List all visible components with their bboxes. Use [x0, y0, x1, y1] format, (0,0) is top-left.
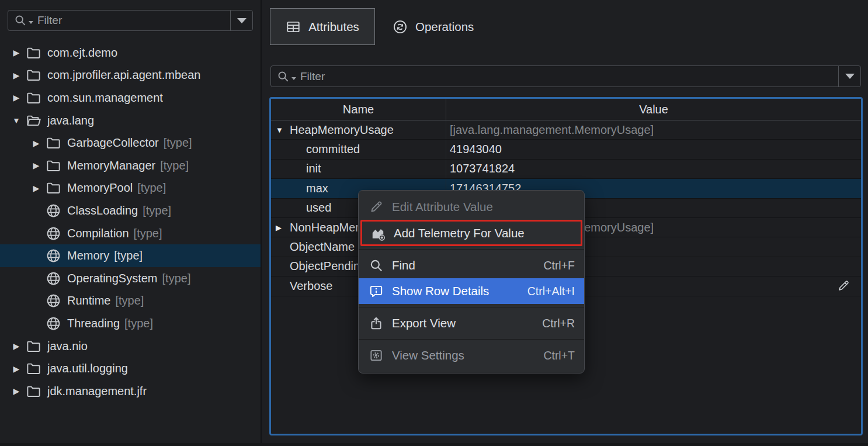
tree-item-memorypool[interactable]: ▶MemoryPool[type] — [0, 177, 261, 200]
tree-item-garbagecollector[interactable]: ▶GarbageCollector[type] — [0, 132, 261, 154]
tree-item-type-suffix: [type] — [162, 272, 191, 285]
menu-separator — [359, 339, 584, 340]
tab-operations[interactable]: Operations — [386, 8, 481, 45]
tree-item-memory[interactable]: Memory[type] — [0, 244, 261, 267]
tree-expander-icon[interactable]: ▶ — [27, 184, 46, 193]
folder-icon — [26, 67, 41, 83]
tree-item-label: MemoryPool — [67, 181, 133, 195]
tree-expander-icon[interactable]: ▼ — [7, 116, 26, 125]
attribute-row-heapmemoryusage[interactable]: ▼HeapMemoryUsage[java.lang.management.Me… — [271, 120, 861, 140]
attribute-value: 1073741824 — [450, 162, 515, 175]
tree-expander-icon[interactable]: ▶ — [7, 71, 26, 80]
tree-item-java-nio[interactable]: ▶java.nio — [0, 335, 261, 358]
chevron-down-icon — [237, 18, 246, 23]
tree-item-label: java.lang — [47, 114, 94, 127]
menu-item-edit-attribute-value[interactable]: Edit Attribute Value — [359, 194, 584, 220]
tree-item-type-suffix: [type] — [124, 317, 153, 330]
menu-separator — [359, 249, 584, 250]
attribute-value: [java.lang.management.MemoryUsage] — [450, 123, 654, 137]
search-icon — [8, 11, 33, 30]
tree-item-com-ejt-demo[interactable]: ▶com.ejt.demo — [0, 42, 261, 64]
tree-item-type-suffix: [type] — [143, 204, 171, 217]
tree-item-label: java.nio — [47, 340, 88, 353]
attributes-filter-input[interactable] — [296, 66, 838, 87]
tree-item-label: Threading — [67, 317, 120, 330]
attributes-filter-dropdown-button[interactable] — [838, 66, 860, 87]
menu-item-shortcut: Ctrl+R — [542, 317, 575, 330]
tree-item-classloading[interactable]: ClassLoading[type] — [0, 199, 261, 222]
tree-filter-dropdown-button[interactable] — [230, 11, 252, 30]
tab-attributes-label: Attributes — [308, 20, 359, 34]
tree-item-jdk-management-jfr[interactable]: ▶jdk.management.jfr — [0, 380, 261, 403]
menu-item-export-view[interactable]: Export ViewCtrl+R — [359, 310, 584, 336]
info-icon — [369, 283, 384, 299]
menu-item-find[interactable]: FindCtrl+F — [359, 253, 584, 278]
row-expander-icon[interactable]: ▶ — [276, 223, 290, 232]
tree-item-compilation[interactable]: Compilation[type] — [0, 222, 261, 245]
folder-icon — [26, 361, 41, 376]
tree-item-threading[interactable]: Threading[type] — [0, 312, 261, 335]
search-options-caret — [29, 21, 33, 24]
folder-icon — [46, 135, 61, 151]
tree-expander-icon[interactable]: ▶ — [7, 386, 26, 396]
mbean-tree: ▶com.ejt.demo▶com.jprofiler.api.agent.mb… — [0, 42, 261, 403]
tree-expander-icon[interactable]: ▶ — [7, 48, 26, 57]
operations-icon — [393, 19, 408, 34]
search-options-caret — [291, 77, 296, 80]
row-expander-icon[interactable]: ▼ — [276, 126, 290, 134]
tree-item-label: ClassLoading — [67, 204, 138, 217]
tree-item-java-lang[interactable]: ▼java.lang — [0, 109, 261, 132]
tab-attributes[interactable]: Attributes — [270, 8, 375, 45]
tree-item-type-suffix: [type] — [134, 227, 162, 240]
attribute-row-init[interactable]: init1073741824 — [271, 160, 861, 179]
menu-item-show-row-details[interactable]: Show Row DetailsCtrl+Alt+I — [359, 278, 584, 304]
menu-item-label: Add Telemetry For Value — [394, 226, 571, 240]
tree-item-label: Compilation — [67, 227, 129, 240]
tree-item-com-jprofiler-api-agent-mbean[interactable]: ▶com.jprofiler.api.agent.mbean — [0, 64, 261, 87]
tree-expander-icon[interactable]: ▶ — [7, 93, 26, 102]
table-icon — [286, 19, 301, 34]
tree-item-runtime[interactable]: Runtime[type] — [0, 290, 261, 313]
menu-item-view-settings[interactable]: View SettingsCtrl+T — [359, 343, 584, 368]
tree-item-label: com.ejt.demo — [47, 46, 117, 60]
tree-filter[interactable] — [8, 10, 253, 31]
menu-item-label: View Settings — [392, 348, 535, 362]
attribute-name: init — [306, 162, 321, 175]
tree-item-com-sun-management[interactable]: ▶com.sun.management — [0, 87, 261, 109]
column-header-value[interactable]: Value — [446, 99, 861, 120]
attributes-filter[interactable] — [270, 65, 861, 87]
chevron-down-icon — [845, 74, 855, 79]
edit-value-pencil-icon[interactable] — [836, 279, 850, 293]
tree-item-type-suffix: [type] — [160, 159, 189, 172]
tree-item-label: java.util.logging — [47, 362, 128, 375]
context-menu: Edit Attribute ValueAdd Telemetry For Va… — [358, 190, 585, 374]
attribute-name: ObjectName — [290, 240, 355, 254]
menu-item-add-telemetry-for-value[interactable]: Add Telemetry For Value — [360, 220, 582, 246]
attribute-name: committed — [306, 143, 360, 156]
folder-icon — [26, 90, 41, 106]
folder-icon — [26, 338, 41, 354]
pencil-icon — [369, 199, 384, 215]
globe-icon — [46, 293, 61, 309]
attributes-table-header: Name Value — [271, 99, 861, 120]
folder-icon — [46, 158, 61, 174]
tree-item-memorymanager[interactable]: ▶MemoryManager[type] — [0, 154, 261, 177]
tree-item-java-util-logging[interactable]: ▶java.util.logging — [0, 357, 261, 380]
attribute-name: used — [306, 201, 331, 215]
tree-filter-input[interactable] — [33, 11, 230, 30]
menu-item-shortcut: Ctrl+T — [543, 349, 575, 362]
tree-item-label: Runtime — [67, 294, 110, 307]
tree-item-operatingsystem[interactable]: OperatingSystem[type] — [0, 267, 261, 290]
attribute-name: max — [306, 182, 328, 195]
column-header-name[interactable]: Name — [271, 99, 446, 120]
tab-operations-label: Operations — [415, 20, 474, 34]
tree-expander-icon[interactable]: ▶ — [27, 161, 46, 170]
attribute-name: Verbose — [290, 279, 332, 293]
tree-expander-icon[interactable]: ▶ — [7, 341, 26, 351]
tree-expander-icon[interactable]: ▶ — [27, 139, 46, 148]
menu-item-shortcut: Ctrl+Alt+I — [527, 285, 575, 298]
tree-expander-icon[interactable]: ▶ — [7, 364, 26, 374]
attribute-row-committed[interactable]: committed41943040 — [271, 140, 861, 159]
globe-icon — [46, 248, 61, 264]
export-icon — [369, 316, 384, 331]
